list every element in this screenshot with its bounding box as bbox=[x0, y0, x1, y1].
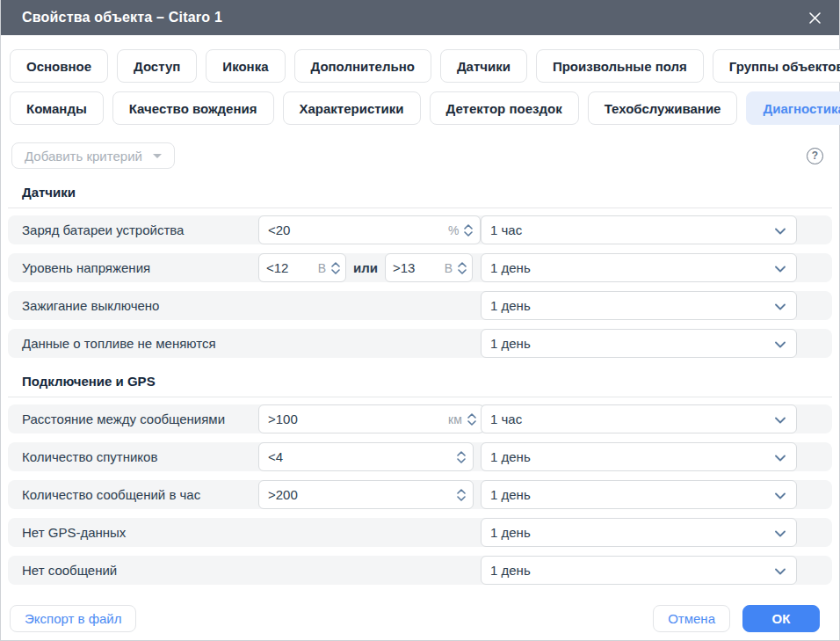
stepper-icon[interactable] bbox=[457, 489, 466, 501]
gps-rows: Расстояние между сообщениями км 1 час bbox=[8, 404, 832, 585]
tab-eco-driving[interactable]: Качество вождения bbox=[112, 91, 274, 125]
distance-input[interactable]: км bbox=[258, 404, 484, 433]
row-fuel-data-static: Данные о топливе не меняются 1 день bbox=[8, 329, 832, 358]
row-satellites-count: Количество спутников 1 день bbox=[8, 442, 832, 471]
help-icon[interactable]: ? bbox=[807, 148, 823, 164]
satellites-value[interactable] bbox=[268, 449, 446, 464]
chevron-down-icon bbox=[775, 525, 786, 540]
export-to-file-button[interactable]: Экспорт в файл bbox=[10, 605, 136, 632]
criterion-label: Данные о топливе не меняются bbox=[22, 336, 258, 351]
row-ignition-off: Зажигание выключено 1 день bbox=[8, 291, 832, 320]
chevron-down-icon bbox=[775, 487, 786, 502]
unit-label: В bbox=[318, 261, 326, 275]
distance-value[interactable] bbox=[268, 412, 443, 426]
criterion-label: Уровень напряжения bbox=[22, 260, 258, 275]
tab-icon[interactable]: Иконка bbox=[206, 49, 285, 83]
no-gps-period-select[interactable]: 1 день bbox=[481, 518, 797, 547]
tab-custom-fields[interactable]: Произвольные поля bbox=[536, 49, 704, 83]
no-messages-period-select[interactable]: 1 день bbox=[481, 556, 797, 585]
tabs-row-1: Основное Доступ Иконка Дополнительно Дат… bbox=[10, 49, 830, 83]
voltage-low-input[interactable]: В bbox=[258, 253, 346, 282]
battery-charge-period-select[interactable]: 1 час bbox=[481, 215, 797, 244]
tab-access[interactable]: Доступ bbox=[117, 49, 197, 83]
row-distance-between-messages: Расстояние между сообщениями км 1 час bbox=[8, 404, 832, 433]
criterion-label: Количество сообщений в час bbox=[22, 487, 258, 502]
criterion-label: Заряд батареи устройства bbox=[22, 222, 258, 237]
tab-unit-groups[interactable]: Группы объектов bbox=[713, 49, 840, 83]
criterion-label: Зажигание выключено bbox=[22, 298, 258, 313]
tab-trip-detector[interactable]: Детектор поездок bbox=[430, 91, 579, 125]
dialog-titlebar: Свойства объекта – Citaro 1 bbox=[1, 0, 839, 35]
chevron-down-icon bbox=[775, 222, 786, 237]
tab-sensors[interactable]: Датчики bbox=[440, 49, 527, 83]
ok-button[interactable]: ОК bbox=[742, 605, 820, 632]
voltage-high-input[interactable]: В bbox=[385, 253, 473, 282]
unit-label: км bbox=[448, 412, 462, 426]
stepper-icon[interactable] bbox=[331, 262, 340, 274]
stepper-icon[interactable] bbox=[457, 451, 466, 463]
satellites-input[interactable] bbox=[258, 442, 474, 471]
selected-period: 1 день bbox=[490, 487, 775, 502]
selected-period: 1 день bbox=[490, 525, 775, 540]
cancel-button[interactable]: Отмена bbox=[653, 605, 730, 632]
stepper-icon[interactable] bbox=[467, 413, 476, 426]
row-battery-charge: Заряд батареи устройства % 1 час bbox=[8, 215, 832, 244]
tab-main[interactable]: Основное bbox=[10, 49, 108, 83]
selected-period: 1 день bbox=[490, 336, 775, 351]
tab-advanced[interactable]: Дополнительно bbox=[294, 49, 431, 83]
chevron-down-icon bbox=[775, 260, 786, 275]
messages-per-hour-value[interactable] bbox=[268, 487, 446, 502]
unit-label: В bbox=[445, 261, 453, 275]
row-voltage-level: Уровень напряжения В или В bbox=[8, 253, 832, 282]
dialog-footer: Экспорт в файл Отмена ОК bbox=[1, 594, 839, 641]
close-icon[interactable] bbox=[804, 7, 825, 28]
row-no-messages: Нет сообщений 1 день bbox=[8, 556, 832, 585]
tabs-bar: Основное Доступ Иконка Дополнительно Дат… bbox=[1, 35, 839, 125]
voltage-high-value[interactable] bbox=[393, 260, 439, 275]
fuel-period-select[interactable]: 1 день bbox=[481, 329, 797, 358]
row-no-gps-data: Нет GPS-данных 1 день bbox=[8, 518, 832, 547]
selected-period: 1 день bbox=[490, 449, 775, 464]
row-messages-per-hour: Количество сообщений в час 1 день bbox=[8, 480, 832, 509]
voltage-period-select[interactable]: 1 день bbox=[481, 253, 797, 282]
sensors-rows: Заряд батареи устройства % 1 час bbox=[8, 215, 832, 358]
or-label: или bbox=[353, 260, 378, 275]
criterion-label: Количество спутников bbox=[22, 449, 258, 464]
distance-period-select[interactable]: 1 час bbox=[481, 404, 797, 433]
messages-per-hour-period-select[interactable]: 1 день bbox=[481, 480, 797, 509]
unit-label: % bbox=[448, 223, 459, 237]
criterion-label: Нет сообщений bbox=[22, 563, 258, 578]
diagnostics-toolbar: Добавить критерий ? bbox=[1, 125, 839, 176]
stepper-icon[interactable] bbox=[464, 224, 473, 237]
selected-period: 1 день bbox=[490, 298, 775, 313]
section-title-sensors: Датчики bbox=[8, 178, 832, 208]
messages-per-hour-input[interactable] bbox=[258, 480, 474, 509]
tab-maintenance[interactable]: Техобслуживание bbox=[588, 91, 738, 125]
add-criterion-label: Добавить критерий bbox=[25, 149, 142, 164]
battery-charge-input[interactable]: % bbox=[258, 215, 481, 244]
section-title-gps: Подключение и GPS bbox=[8, 367, 832, 397]
voltage-low-value[interactable] bbox=[266, 260, 313, 275]
tabs-row-2: Команды Качество вождения Характеристики… bbox=[10, 91, 830, 125]
chevron-down-icon bbox=[775, 336, 786, 351]
tab-diagnostics[interactable]: Диагностика bbox=[746, 91, 840, 125]
ignition-period-select[interactable]: 1 день bbox=[481, 291, 797, 320]
selected-period: 1 час bbox=[490, 222, 775, 237]
selected-period: 1 час bbox=[490, 412, 775, 426]
caret-down-icon bbox=[153, 154, 162, 158]
battery-charge-value[interactable] bbox=[268, 222, 443, 237]
chevron-down-icon bbox=[775, 449, 786, 464]
tab-commands[interactable]: Команды bbox=[10, 91, 104, 125]
object-properties-dialog: Свойства объекта – Citaro 1 Основное Дос… bbox=[0, 0, 840, 641]
tab-characteristics[interactable]: Характеристики bbox=[283, 91, 421, 125]
stepper-icon[interactable] bbox=[458, 262, 467, 274]
dialog-title: Свойства объекта – Citaro 1 bbox=[22, 10, 222, 25]
add-criterion-button[interactable]: Добавить критерий bbox=[11, 142, 175, 169]
criterion-label: Нет GPS-данных bbox=[22, 525, 258, 540]
chevron-down-icon bbox=[775, 298, 786, 313]
satellites-period-select[interactable]: 1 день bbox=[481, 442, 797, 471]
chevron-down-icon bbox=[775, 563, 786, 578]
selected-period: 1 день bbox=[490, 563, 775, 578]
criterion-label: Расстояние между сообщениями bbox=[22, 412, 258, 426]
criteria-list: Датчики Заряд батареи устройства % 1 ча bbox=[1, 176, 839, 594]
